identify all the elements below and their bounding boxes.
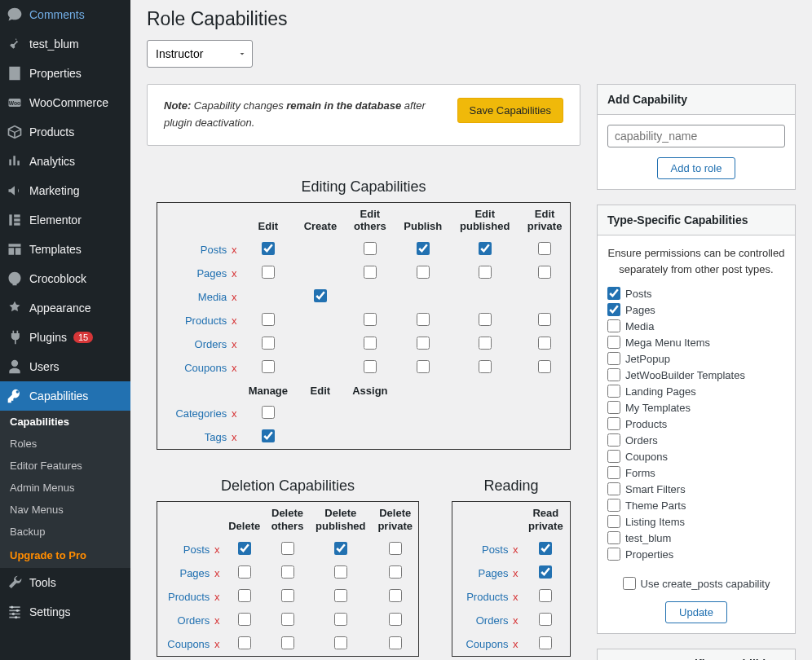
type-checkbox[interactable]	[607, 450, 620, 463]
capability-checkbox[interactable]	[262, 429, 275, 442]
capability-checkbox[interactable]	[238, 589, 251, 602]
capability-checkbox[interactable]	[262, 360, 275, 373]
capability-checkbox[interactable]	[538, 337, 551, 350]
sidebar-item-comments[interactable]: Comments	[0, 0, 130, 29]
capability-checkbox[interactable]	[262, 406, 275, 419]
sidebar-subitem-admin-menus[interactable]: Admin Menus	[0, 477, 130, 499]
capability-checkbox[interactable]	[281, 565, 294, 579]
type-checkbox[interactable]	[607, 336, 620, 349]
remove-icon[interactable]: x	[513, 638, 519, 650]
remove-icon[interactable]: x	[232, 362, 237, 374]
sidebar-item-woocommerce[interactable]: WooWooCommerce	[0, 88, 130, 117]
capability-checkbox[interactable]	[334, 636, 347, 649]
capability-checkbox[interactable]	[334, 613, 347, 626]
type-checkbox[interactable]	[607, 531, 620, 544]
capability-checkbox[interactable]	[262, 266, 275, 279]
sidebar-item-users[interactable]: Users	[0, 352, 130, 381]
capability-checkbox[interactable]	[238, 636, 251, 649]
capability-checkbox[interactable]	[538, 242, 551, 255]
add-to-role-button[interactable]: Add to role	[657, 157, 736, 179]
sidebar-item-capabilities[interactable]: Capabilities	[0, 381, 130, 411]
capability-checkbox[interactable]	[262, 242, 275, 255]
sidebar-item-products[interactable]: Products	[0, 117, 130, 147]
remove-icon[interactable]: x	[232, 338, 237, 350]
capability-checkbox[interactable]	[364, 360, 377, 373]
update-button[interactable]: Update	[665, 601, 727, 623]
capability-checkbox[interactable]	[479, 360, 492, 373]
remove-icon[interactable]: x	[232, 267, 237, 279]
capability-checkbox[interactable]	[262, 337, 275, 350]
capability-checkbox[interactable]	[417, 242, 430, 255]
sidebar-subitem-editor-features[interactable]: Editor Features	[0, 455, 130, 477]
sidebar-item-tools[interactable]: Tools	[0, 568, 130, 597]
remove-icon[interactable]: x	[214, 567, 220, 579]
sidebar-subitem-upgrade-to-pro[interactable]: Upgrade to Pro	[0, 543, 130, 568]
remove-icon[interactable]: x	[232, 315, 237, 327]
capability-checkbox[interactable]	[364, 266, 377, 279]
type-checkbox[interactable]	[607, 548, 620, 561]
capability-checkbox[interactable]	[334, 565, 347, 579]
capability-checkbox[interactable]	[281, 589, 294, 602]
type-checkbox[interactable]	[607, 482, 620, 495]
capability-checkbox[interactable]	[262, 313, 275, 326]
capability-checkbox[interactable]	[334, 589, 347, 602]
capability-checkbox[interactable]	[389, 613, 402, 626]
use-create-posts-checkbox[interactable]	[623, 577, 636, 590]
capability-checkbox[interactable]	[314, 289, 327, 302]
capability-checkbox[interactable]	[417, 337, 430, 350]
remove-icon[interactable]: x	[214, 638, 220, 650]
capability-checkbox[interactable]	[364, 313, 377, 326]
sidebar-subitem-backup[interactable]: Backup	[0, 521, 130, 543]
remove-icon[interactable]: x	[232, 244, 237, 256]
type-checkbox[interactable]	[607, 303, 620, 316]
sidebar-item-templates[interactable]: Templates	[0, 235, 130, 264]
capability-checkbox[interactable]	[479, 337, 492, 350]
capability-checkbox[interactable]	[539, 636, 552, 649]
capability-checkbox[interactable]	[479, 242, 492, 255]
sidebar-item-settings[interactable]: Settings	[0, 597, 130, 627]
type-checkbox[interactable]	[607, 352, 620, 365]
remove-icon[interactable]: x	[214, 543, 220, 556]
save-capabilities-button[interactable]: Save Capabilities	[457, 98, 563, 123]
type-checkbox[interactable]	[607, 368, 620, 381]
sidebar-item-appearance[interactable]: Appearance	[0, 293, 130, 323]
type-checkbox[interactable]	[607, 515, 620, 528]
capability-checkbox[interactable]	[389, 636, 402, 649]
capability-checkbox[interactable]	[539, 589, 552, 602]
remove-icon[interactable]: x	[214, 591, 220, 603]
remove-icon[interactable]: x	[513, 543, 519, 556]
capability-checkbox[interactable]	[479, 313, 492, 326]
capability-checkbox[interactable]	[539, 613, 552, 626]
capability-checkbox[interactable]	[417, 360, 430, 373]
capability-checkbox[interactable]	[364, 337, 377, 350]
capability-checkbox[interactable]	[538, 266, 551, 279]
capability-checkbox[interactable]	[281, 613, 294, 626]
remove-icon[interactable]: x	[513, 614, 519, 627]
capability-checkbox[interactable]	[479, 266, 492, 279]
capability-checkbox[interactable]	[281, 542, 294, 555]
capability-checkbox[interactable]	[539, 565, 552, 579]
capability-checkbox[interactable]	[238, 565, 251, 579]
remove-icon[interactable]: x	[232, 431, 237, 443]
capability-checkbox[interactable]	[389, 542, 402, 555]
remove-icon[interactable]: x	[513, 591, 519, 603]
sidebar-subitem-nav-menus[interactable]: Nav Menus	[0, 499, 130, 521]
sidebar-item-analytics[interactable]: Analytics	[0, 147, 130, 176]
capability-checkbox[interactable]	[538, 360, 551, 373]
type-checkbox[interactable]	[607, 466, 620, 479]
capability-checkbox[interactable]	[417, 313, 430, 326]
remove-icon[interactable]: x	[513, 567, 519, 579]
remove-icon[interactable]: x	[232, 407, 237, 420]
type-checkbox[interactable]	[607, 287, 620, 300]
capability-checkbox[interactable]	[281, 636, 294, 649]
capability-checkbox[interactable]	[389, 565, 402, 579]
sidebar-item-elementor[interactable]: Elementor	[0, 205, 130, 235]
sidebar-item-crocoblock[interactable]: Crocoblock	[0, 264, 130, 293]
type-checkbox[interactable]	[607, 433, 620, 447]
capability-checkbox[interactable]	[538, 313, 551, 326]
remove-icon[interactable]: x	[232, 291, 237, 303]
capability-checkbox[interactable]	[364, 242, 377, 255]
capability-name-input[interactable]	[607, 125, 785, 147]
remove-icon[interactable]: x	[214, 614, 220, 627]
sidebar-subitem-capabilities[interactable]: Capabilities	[0, 411, 130, 433]
